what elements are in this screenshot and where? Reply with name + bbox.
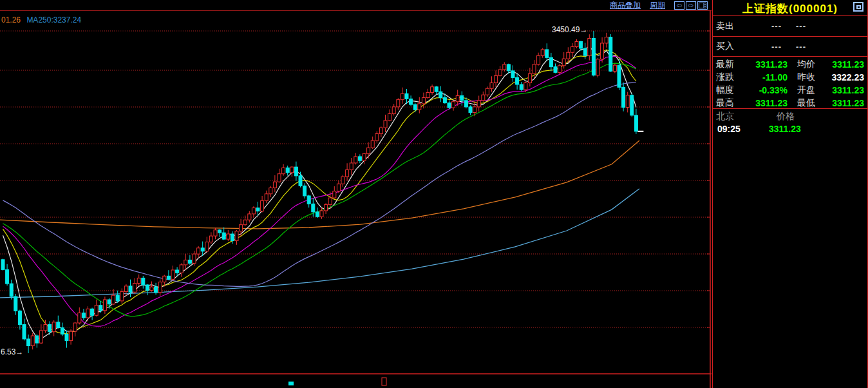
maximize-icon-inner	[856, 5, 861, 9]
open-label: 开盘	[794, 84, 827, 96]
trading-app-window: 商品叠加 周期 ⇦ ⇨ 01.26 MA250:3237.24 3450.49→…	[0, 0, 868, 388]
latest-label: 最新	[713, 59, 748, 70]
stat-row-range: 幅度 -0.33% 开盘 3311.23	[713, 84, 867, 97]
ma120-value: 01.26	[1, 15, 21, 24]
change-label: 涨跌	[713, 72, 748, 83]
sell-label: 卖出	[716, 21, 734, 32]
chart-toolbar: 商品叠加 周期 ⇦ ⇨	[0, 0, 712, 10]
sell-price: ---	[796, 21, 806, 31]
max-price-label: 3450.49→	[552, 25, 587, 34]
sell-row: 卖出 --- ---	[713, 16, 867, 36]
stat-row-high-low: 最高 3311.23 最低 3311.23	[713, 97, 867, 110]
quote-stats: 最新 3311.23 均价 3311.23 涨跌 -11.00 昨收 3322.…	[713, 58, 867, 110]
avg-price-label: 均价	[794, 59, 827, 70]
tape-time: 09:25	[717, 124, 741, 134]
prev-close-label: 昨收	[794, 72, 827, 83]
sell-volume: ---	[771, 21, 782, 31]
min-price-label: 6.53→	[1, 347, 23, 356]
prev-close-value: 3322.23	[827, 72, 864, 82]
divider	[713, 56, 867, 57]
stat-row-latest: 最新 3311.23 均价 3311.23	[713, 58, 867, 71]
ma-readout: 01.26 MA250:3237.24	[1, 15, 81, 24]
avg-price-value: 3311.23	[827, 59, 864, 70]
buy-volume: ---	[771, 42, 782, 52]
open-value: 3311.23	[827, 85, 864, 95]
toolbar-icon-group: ⇦ ⇨	[674, 1, 708, 10]
buy-row: 买入 --- ---	[713, 37, 867, 56]
tape-price-header: 价格	[777, 111, 795, 122]
maximize-icon[interactable]	[853, 2, 863, 12]
high-label: 最高	[713, 97, 748, 109]
range-value: -0.33%	[748, 85, 788, 95]
period-link[interactable]: 周期	[650, 1, 665, 10]
instrument-title: 上证指数(000001)	[713, 1, 867, 16]
split-window-icon[interactable]	[697, 1, 708, 10]
back-arrow-icon[interactable]: ⇦	[674, 1, 684, 10]
forward-arrow-icon[interactable]: ⇨	[686, 1, 696, 10]
change-value: -11.00	[748, 72, 788, 82]
stat-row-change: 涨跌 -11.00 昨收 3322.23	[713, 71, 867, 84]
buy-label: 买入	[716, 41, 734, 52]
quote-panel: 上证指数(000001) 卖出 --- --- 买入 --- --- 最新 33…	[712, 0, 868, 388]
high-value: 3311.23	[748, 98, 788, 108]
low-value: 3311.23	[827, 98, 864, 108]
candlestick-chart[interactable]	[0, 0, 712, 388]
buy-price: ---	[796, 42, 806, 52]
tape-price: 3311.23	[769, 124, 801, 134]
overlay-link[interactable]: 商品叠加	[610, 1, 641, 10]
tape-city-header: 北京	[716, 111, 734, 122]
low-label: 最低	[794, 97, 827, 109]
ma250-value: MA250:3237.24	[26, 15, 81, 24]
latest-value: 3311.23	[748, 59, 788, 70]
range-label: 幅度	[713, 84, 748, 96]
chart-pane: 商品叠加 周期 ⇦ ⇨ 01.26 MA250:3237.24 3450.49→…	[0, 0, 712, 388]
